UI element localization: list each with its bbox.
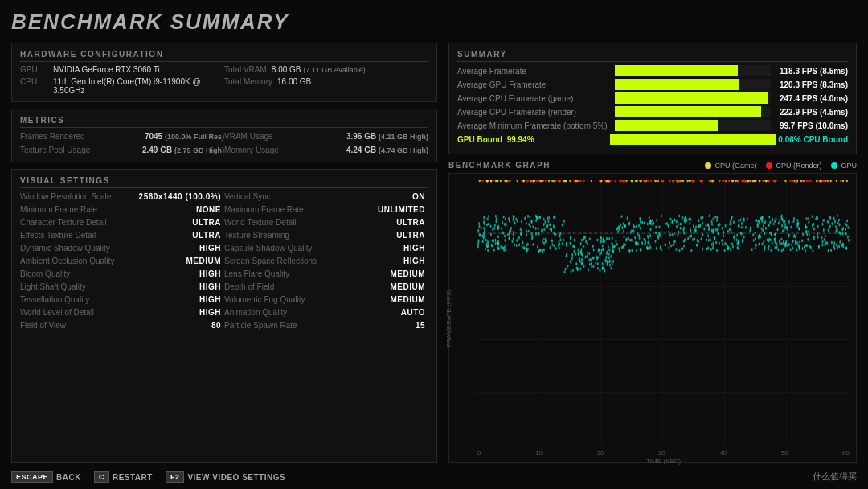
svg-point-745 xyxy=(787,228,788,231)
svg-point-655 xyxy=(742,239,743,242)
svg-point-207 xyxy=(549,223,551,226)
svg-point-551 xyxy=(809,244,811,248)
svg-point-902 xyxy=(490,180,492,182)
svg-point-502 xyxy=(640,248,641,251)
bar-fill xyxy=(615,120,718,131)
svg-point-216 xyxy=(652,219,653,222)
svg-point-883 xyxy=(517,180,518,182)
svg-point-506 xyxy=(697,239,698,242)
svg-point-422 xyxy=(821,223,823,226)
legend-label: GPU xyxy=(841,162,857,170)
metrics-grid: Frames Rendered 7045 (100.0% Full Res) V… xyxy=(20,131,428,155)
svg-point-724 xyxy=(845,247,847,250)
svg-point-364 xyxy=(648,246,649,249)
svg-point-378 xyxy=(689,222,690,225)
svg-point-246 xyxy=(583,237,584,240)
svg-point-275 xyxy=(505,217,506,220)
svg-point-475 xyxy=(493,227,495,230)
visual-setting-value: MEDIUM xyxy=(390,269,425,278)
svg-point-375 xyxy=(805,244,807,247)
svg-point-437 xyxy=(779,219,780,222)
svg-point-377 xyxy=(630,231,632,234)
svg-point-1012 xyxy=(728,180,730,182)
svg-point-801 xyxy=(509,237,510,240)
svg-point-795 xyxy=(588,268,589,271)
svg-point-432 xyxy=(484,223,485,226)
svg-point-654 xyxy=(579,267,581,270)
svg-point-431 xyxy=(615,240,616,243)
svg-point-556 xyxy=(608,245,609,249)
legend-dot xyxy=(705,162,711,169)
svg-point-298 xyxy=(768,244,770,248)
svg-point-219 xyxy=(600,237,602,240)
visual-setting-value: HIGH xyxy=(199,282,221,291)
svg-point-291 xyxy=(608,237,610,240)
svg-point-22 xyxy=(495,241,497,244)
svg-point-441 xyxy=(682,216,683,219)
bar-fill xyxy=(615,65,738,76)
vram-value: 8.00 GB (7.11 GB Available) xyxy=(272,65,366,74)
svg-point-727 xyxy=(628,249,630,253)
svg-point-610 xyxy=(547,225,548,228)
svg-point-206 xyxy=(692,238,694,241)
svg-point-534 xyxy=(845,232,847,236)
svg-point-589 xyxy=(648,236,649,239)
svg-point-504 xyxy=(771,234,772,237)
svg-point-223 xyxy=(481,227,482,230)
cpu-label: CPU xyxy=(20,77,48,86)
svg-point-816 xyxy=(655,226,657,229)
svg-point-948 xyxy=(545,180,547,182)
svg-point-497 xyxy=(755,231,756,234)
svg-point-406 xyxy=(690,236,691,239)
svg-point-778 xyxy=(739,225,740,228)
svg-point-817 xyxy=(544,220,546,224)
bar-track xyxy=(615,120,771,131)
visual-setting-row: Capsule Shadow QualityHIGH xyxy=(224,243,428,253)
svg-point-736 xyxy=(539,216,541,219)
svg-point-814 xyxy=(536,216,538,220)
svg-point-404 xyxy=(833,217,835,220)
gpu-bound-track xyxy=(610,134,776,145)
svg-point-247 xyxy=(829,225,831,228)
svg-point-165 xyxy=(714,216,716,219)
visual-setting-value: ULTRA xyxy=(396,231,425,240)
svg-point-284 xyxy=(719,223,721,226)
svg-point-842 xyxy=(479,180,481,182)
visual-setting-row: Minimum Frame RateNONE xyxy=(20,204,224,215)
metrics-section: METRICS Frames Rendered 7045 (100.0% Ful… xyxy=(11,109,437,162)
visual-setting-row: Ambient Occlusion QualityMEDIUM xyxy=(20,256,224,266)
svg-point-679 xyxy=(537,245,538,249)
svg-point-1016 xyxy=(792,180,793,182)
svg-point-704 xyxy=(487,240,489,244)
svg-point-520 xyxy=(477,244,479,248)
svg-point-334 xyxy=(483,227,485,230)
svg-point-528 xyxy=(649,245,651,249)
bar-label: Average CPU Framerate (game) xyxy=(457,94,610,103)
svg-point-470 xyxy=(599,269,600,273)
svg-point-783 xyxy=(554,215,555,218)
svg-point-710 xyxy=(592,257,594,260)
svg-point-685 xyxy=(837,228,838,232)
svg-point-300 xyxy=(531,220,533,224)
texture-label: Texture Pool Usage xyxy=(20,146,90,154)
svg-point-353 xyxy=(702,233,703,236)
svg-point-523 xyxy=(527,215,529,218)
svg-point-270 xyxy=(678,249,680,252)
svg-point-543 xyxy=(526,222,527,225)
svg-point-716 xyxy=(741,222,743,225)
svg-point-975 xyxy=(647,180,649,182)
svg-point-85 xyxy=(669,241,670,244)
svg-point-354 xyxy=(563,220,565,223)
svg-point-282 xyxy=(674,232,675,236)
svg-point-803 xyxy=(516,244,518,247)
svg-point-636 xyxy=(698,225,699,228)
shortcut-item: F2VIEW VIDEO SETTINGS xyxy=(166,471,285,483)
svg-point-780 xyxy=(585,240,587,244)
svg-point-718 xyxy=(702,247,703,250)
svg-point-529 xyxy=(675,248,677,251)
svg-point-893 xyxy=(836,180,837,182)
svg-point-62 xyxy=(731,231,732,234)
visual-setting-row: Window Resolution Scale2560x1440 (100.0%… xyxy=(20,191,224,202)
frames-value: 7045 (100.0% Full Res) xyxy=(145,132,224,141)
svg-point-613 xyxy=(661,231,662,234)
